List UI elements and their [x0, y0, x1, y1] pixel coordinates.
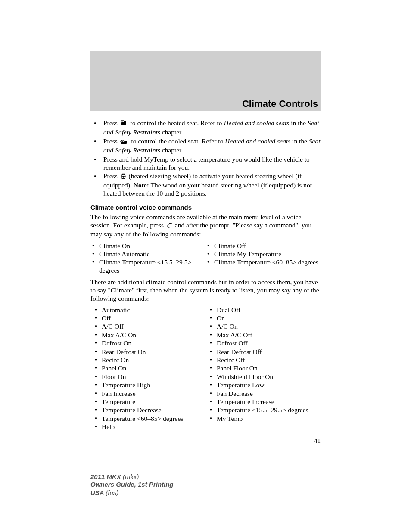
heated-steering-wheel-icon — [120, 173, 126, 181]
list-item: Temperature <15.5–29.5> degrees — [215, 406, 321, 414]
list-item: On — [215, 314, 321, 323]
page-content: Climate Controls Press to control the he… — [90, 70, 321, 445]
list-item: Climate Temperature <60–85> degrees — [212, 258, 321, 267]
list-item: Rear Defrost On — [100, 348, 206, 356]
paragraph: There are additional climate control com… — [90, 278, 321, 303]
list-item: Temperature High — [100, 381, 206, 389]
list-item: Recirc Off — [215, 356, 321, 364]
text: chapter. — [160, 146, 183, 154]
voice-icon — [166, 222, 172, 230]
list-item: Temperature <60–85> degrees — [100, 415, 206, 423]
header-rule — [90, 114, 321, 114]
list-item: Help — [100, 423, 206, 431]
list-item: Defrost Off — [215, 339, 321, 348]
page-title: Climate Controls — [90, 70, 321, 109]
list-item: Press and hold MyTemp to select a temper… — [100, 156, 321, 172]
list-item: Panel Floor On — [215, 364, 321, 373]
text-italic: Heated and cooled seats — [224, 119, 289, 127]
list-item: Press A/C to control the cooled seat. Re… — [100, 137, 321, 155]
list-item: Automatic — [100, 306, 206, 314]
command-list-left: Climate On Climate Automatic Climate Tem… — [90, 242, 206, 275]
footer-text-bold: Owners Guide, 1st Printing — [90, 481, 174, 488]
command-list-right: Dual Off On A/C On Max A/C Off Defrost O… — [206, 306, 321, 423]
list-item: Defrost On — [100, 339, 206, 348]
text: to control the cooled seat. Refer to — [130, 137, 225, 145]
list-item: A/C On — [215, 323, 321, 331]
voice-commands-group-2: Automatic Off A/C Off Max A/C On Defrost… — [90, 306, 321, 432]
list-item: Climate On — [97, 242, 206, 250]
list-item: Press to control the heated seat. Refer … — [100, 119, 321, 137]
list-item: Max A/C Off — [215, 331, 321, 339]
text: Press — [103, 137, 119, 145]
text: Press — [103, 119, 119, 127]
list-item: Climate My Temperature — [212, 250, 321, 258]
footer: 2011 MKX (mkx) Owners Guide, 1st Printin… — [90, 473, 174, 497]
list-item: A/C Off — [100, 323, 206, 331]
cooled-seat-icon: A/C — [120, 138, 129, 146]
list-item: Windshield Floor On — [215, 373, 321, 381]
text: in the — [290, 137, 309, 145]
main-bullet-list: Press to control the heated seat. Refer … — [90, 119, 321, 198]
list-item: Fan Decrease — [215, 390, 321, 398]
list-item: Fan Increase — [100, 390, 206, 398]
list-item: Recirc On — [100, 356, 206, 364]
list-item: Climate Off — [212, 242, 321, 250]
list-item: Temperature — [100, 398, 206, 406]
list-item: Panel On — [100, 364, 206, 373]
svg-point-2 — [122, 176, 124, 177]
footer-text-italic: (mkx) — [123, 473, 139, 480]
text-bold: Note: — [134, 181, 149, 189]
footer-text-bold: USA — [90, 489, 106, 496]
list-item: Floor On — [100, 373, 206, 381]
footer-text-bold: 2011 MKX — [90, 473, 123, 480]
list-item: Press (heated steering wheel) to activat… — [100, 172, 321, 198]
list-item: Climate Temperature <15.5–29.5> degrees — [97, 258, 206, 275]
list-item: Temperature Increase — [215, 398, 321, 406]
list-item: Off — [100, 314, 206, 323]
page-number: 41 — [90, 437, 321, 445]
list-item: Dual Off — [215, 306, 321, 314]
list-item: Climate Automatic — [97, 250, 206, 258]
command-list-right: Climate Off Climate My Temperature Clima… — [206, 242, 321, 267]
text: chapter. — [160, 128, 183, 136]
text: Press — [103, 172, 119, 180]
text: to control the heated seat. Refer to — [129, 119, 224, 127]
heated-seat-icon — [120, 120, 128, 128]
paragraph: The following voice commands are availab… — [90, 213, 321, 239]
voice-commands-group-1: Climate On Climate Automatic Climate Tem… — [90, 242, 321, 275]
list-item: My Temp — [215, 415, 321, 423]
list-item: Max A/C On — [100, 331, 206, 339]
text-italic: Heated and cooled seats — [225, 137, 290, 145]
list-item: Temperature Low — [215, 381, 321, 389]
subheading: Climate control voice commands — [90, 204, 321, 212]
command-list-left: Automatic Off A/C Off Max A/C On Defrost… — [90, 306, 206, 432]
text: in the — [289, 119, 308, 127]
list-item: Rear Defrost Off — [215, 348, 321, 356]
list-item: Temperature Decrease — [100, 406, 206, 414]
footer-text-italic: (fus) — [106, 489, 118, 496]
